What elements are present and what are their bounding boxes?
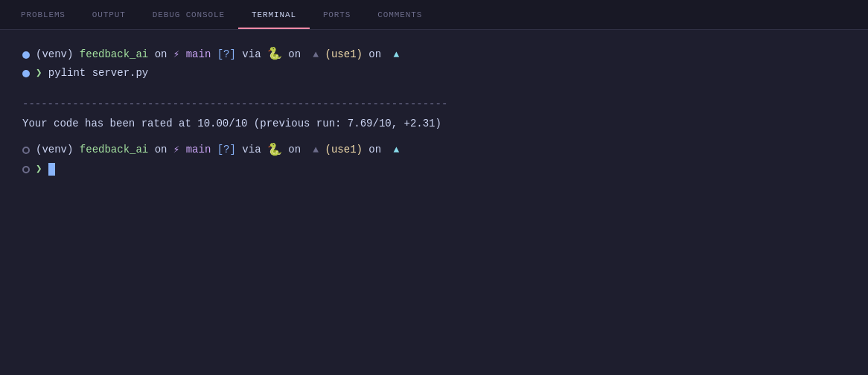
separator-line: ----------------------------------------… [22,96,846,114]
cursor-block [48,163,55,176]
tab-ports[interactable]: PORTS [310,0,364,29]
tab-output[interactable]: OUTPUT [79,0,139,29]
venv-2: (venv) [36,141,73,159]
cloud1-2: ▲ [307,142,319,158]
on2-2: on [282,141,307,159]
prompt-dot-empty [22,147,30,154]
prompt-dot-3 [22,166,30,173]
tab-bar: PROBLEMS OUTPUT DEBUG CONSOLE TERMINAL P… [0,0,868,30]
on2-1: on [282,46,307,64]
project-1: feedback_ai [80,46,148,64]
question-1: [?] [211,46,236,64]
cloud1-1: ▲ [307,47,319,63]
tab-comments[interactable]: COMMENTS [364,0,435,29]
arrow-1: ❯ [36,65,48,83]
via-1: via [236,46,267,64]
arrow-2: ❯ [36,161,48,179]
prompt-line-1: (venv) feedback_ai on ⚡ main [?] via 🐍 o… [22,45,846,65]
tab-problems[interactable]: PROBLEMS [7,0,79,29]
question-2: [?] [211,141,236,159]
tab-terminal[interactable]: TERMINAL [238,0,310,29]
on-1: on [148,46,173,64]
cloud2-1: ▲ [388,47,400,63]
space [73,46,79,64]
project-2: feedback_ai [80,141,148,159]
branch-1: main [179,46,211,64]
venv-1: (venv) [36,46,73,64]
rating-text: Your code has been rated at 10.00/10 (pr… [22,115,441,133]
cloud2-2: ▲ [388,142,400,158]
on-2: on [148,141,173,159]
branch-2: main [179,141,211,159]
rating-line: Your code has been rated at 10.00/10 (pr… [22,115,846,133]
app-container: PROBLEMS OUTPUT DEBUG CONSOLE TERMINAL P… [0,0,868,193]
tab-debug-console[interactable]: DEBUG CONSOLE [139,0,238,29]
via-2: via [236,141,267,159]
snake-2: 🐍 [267,141,282,161]
aws-2: (use1) [319,141,363,159]
prompt-dot-1 [22,51,30,59]
prompt-dot-2 [22,70,30,77]
terminal-body: (venv) feedback_ai on ⚡ main [?] via 🐍 o… [0,30,868,193]
branch-icon-1: ⚡ [173,46,179,64]
on3-1: on [363,46,388,64]
on3-2: on [363,141,388,159]
snake-1: 🐍 [267,45,282,65]
active-prompt-line[interactable]: ❯ [22,161,846,179]
separator-text: ----------------------------------------… [22,96,447,114]
branch-icon-2: ⚡ [173,141,179,159]
aws-1: (use1) [319,46,363,64]
command-line: ❯ pylint server.py [22,65,846,83]
command-text: pylint server.py [48,65,148,83]
prompt-line-2: (venv) feedback_ai on ⚡ main [?] via 🐍 o… [22,141,846,161]
space2 [73,141,79,159]
